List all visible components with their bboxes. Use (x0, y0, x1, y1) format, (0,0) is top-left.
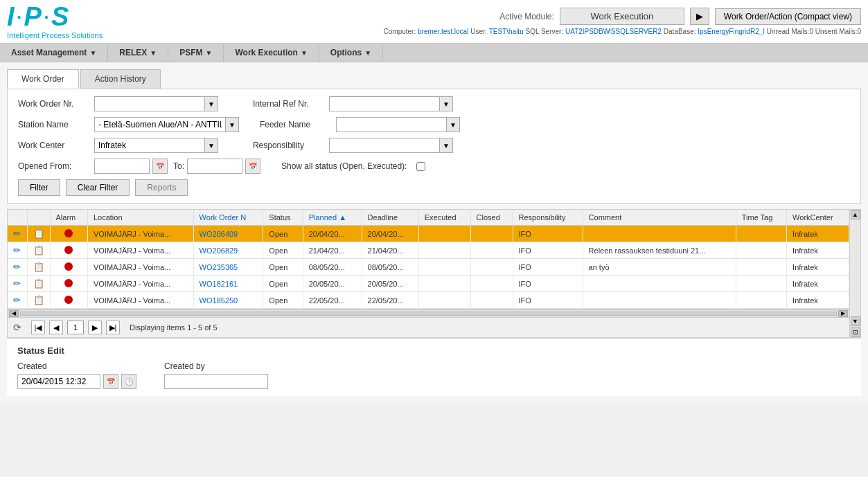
navbar-item-asset-management[interactable]: Asset Management ▼ (0, 44, 108, 62)
scroll-up-button[interactable]: ▲ (851, 210, 860, 219)
created-label: Created (17, 361, 136, 371)
row-work-order[interactable]: WO235365 (193, 259, 263, 276)
pencil-icon[interactable]: ✏ (13, 262, 21, 272)
table-row[interactable]: ✏ 📋 VOIMAJÄRJ - Voima... WO185250 Open 2… (8, 292, 849, 309)
refresh-icon[interactable]: ⟳ (13, 322, 21, 333)
filter-button[interactable]: Filter (18, 179, 60, 196)
row-work-order[interactable]: WO182161 (193, 276, 263, 292)
page-number-input[interactable] (67, 321, 84, 334)
scroll-resize-button[interactable]: ⊡ (851, 327, 860, 337)
pencil-icon[interactable]: ✏ (13, 295, 21, 305)
created-value-input[interactable] (17, 374, 100, 389)
module-arrow-button[interactable]: ▶ (690, 8, 709, 25)
th-comment[interactable]: Comment (583, 210, 736, 226)
row-edit-icon[interactable]: ✏ (8, 226, 27, 242)
scroll-down-button[interactable]: ▼ (851, 316, 860, 326)
nav-arrow-psfm: ▼ (206, 49, 213, 57)
scroll-left-button[interactable]: ◀ (9, 310, 19, 317)
row-note-icon[interactable]: 📋 (27, 259, 50, 276)
th-work-center[interactable]: WorkCenter (787, 210, 849, 226)
opened-from-calendar[interactable]: 📅 (152, 159, 168, 174)
station-name-dropdown[interactable]: ▼ (226, 117, 239, 132)
horizontal-scrollbar[interactable]: ◀ ▶ (8, 309, 849, 317)
reports-button[interactable]: Reports (135, 179, 188, 196)
clear-filter-button[interactable]: Clear Filter (66, 179, 130, 196)
sql-value[interactable]: UAT2IPSDB\MSSQLSERVER2 (565, 28, 662, 35)
row-work-order[interactable]: WO185250 (193, 292, 263, 309)
next-page-button[interactable]: ▶ (88, 321, 102, 334)
note-icon[interactable]: 📋 (33, 295, 44, 305)
navbar-item-relex[interactable]: RELEX ▼ (108, 44, 168, 62)
to-input[interactable] (187, 159, 242, 174)
responsibility-input[interactable] (329, 138, 440, 153)
created-calendar-button[interactable]: 📅 (103, 374, 118, 389)
opened-from-input[interactable] (94, 159, 150, 174)
filter-buttons: Filter Clear Filter Reports (18, 179, 850, 196)
table-row[interactable]: ✏ 📋 VOIMAJÄRJ - Voima... WO206409 Open 2… (8, 226, 849, 242)
vertical-scrollbar[interactable]: ▲ ▼ ⊡ (849, 210, 860, 337)
show-all-checkbox[interactable] (416, 162, 425, 171)
work-order-nr-input[interactable] (94, 96, 205, 111)
scroll-right-button[interactable]: ▶ (838, 310, 848, 317)
computer-value[interactable]: bremer.test.local (418, 28, 468, 35)
note-icon[interactable]: 📋 (33, 228, 44, 239)
row-deadline: 21/04/20... (362, 242, 418, 259)
row-note-icon[interactable]: 📋 (27, 276, 50, 292)
th-closed[interactable]: Closed (470, 210, 513, 226)
note-icon[interactable]: 📋 (33, 245, 44, 255)
first-page-button[interactable]: |◀ (31, 321, 45, 334)
tab-work-order[interactable]: Work Order (7, 69, 79, 89)
row-note-icon[interactable]: 📋 (27, 242, 50, 259)
th-time-tag[interactable]: Time Tag (736, 210, 786, 226)
pencil-icon[interactable]: ✏ (13, 228, 21, 239)
row-work-order[interactable]: WO206409 (193, 226, 263, 242)
prev-page-button[interactable]: ◀ (49, 321, 63, 334)
row-location: VOIMAJÄRJ - Voima... (87, 226, 193, 242)
navbar-item-options[interactable]: Options ▼ (319, 44, 383, 62)
db-value[interactable]: IpsEnergyFingridR2_I (698, 28, 765, 35)
internal-ref-dropdown[interactable]: ▼ (440, 96, 453, 111)
to-calendar[interactable]: 📅 (245, 159, 260, 174)
row-edit-icon[interactable]: ✏ (8, 259, 27, 276)
table-row[interactable]: ✏ 📋 VOIMAJÄRJ - Voima... WO206829 Open 2… (8, 242, 849, 259)
compact-view-button[interactable]: Work Order/Action (Compact view) (715, 8, 861, 25)
th-responsibility[interactable]: Responsibility (513, 210, 583, 226)
table-row[interactable]: ✏ 📋 VOIMAJÄRJ - Voima... WO235365 Open 0… (8, 259, 849, 276)
scroll-track[interactable] (20, 312, 837, 316)
responsibility-dropdown[interactable]: ▼ (440, 138, 453, 153)
created-time-button[interactable]: 🕐 (121, 374, 136, 389)
th-alarm[interactable]: Alarm (50, 210, 87, 226)
th-planned[interactable]: Planned ▲ (303, 210, 362, 226)
row-work-order[interactable]: WO206829 (193, 242, 263, 259)
row-edit-icon[interactable]: ✏ (8, 292, 27, 309)
created-by-input[interactable] (164, 374, 268, 389)
work-center-dropdown[interactable]: ▼ (205, 138, 218, 153)
pencil-icon[interactable]: ✏ (13, 278, 21, 289)
table-scroll-area[interactable]: Alarm Location Work Order N Status Plann… (8, 210, 849, 309)
note-icon[interactable]: 📋 (33, 278, 44, 289)
th-location[interactable]: Location (87, 210, 193, 226)
table-row[interactable]: ✏ 📋 VOIMAJÄRJ - Voima... WO182161 Open 2… (8, 276, 849, 292)
row-edit-icon[interactable]: ✏ (8, 242, 27, 259)
th-work-order-n[interactable]: Work Order N (193, 210, 263, 226)
th-executed[interactable]: Executed (418, 210, 470, 226)
work-order-nr-dropdown[interactable]: ▼ (205, 96, 218, 111)
row-edit-icon[interactable]: ✏ (8, 276, 27, 292)
feeder-name-dropdown[interactable]: ▼ (447, 117, 460, 132)
th-status[interactable]: Status (263, 210, 303, 226)
pencil-icon[interactable]: ✏ (13, 245, 21, 255)
station-name-input[interactable] (94, 117, 226, 132)
note-icon[interactable]: 📋 (33, 262, 44, 272)
row-note-icon[interactable]: 📋 (27, 292, 50, 309)
user-value[interactable]: TEST\haitu (489, 28, 524, 35)
row-note-icon[interactable]: 📋 (27, 226, 50, 242)
work-center-input[interactable] (94, 138, 205, 153)
feeder-name-input[interactable] (336, 117, 447, 132)
th-deadline[interactable]: Deadline (362, 210, 418, 226)
internal-ref-input[interactable] (329, 96, 440, 111)
table-section: Alarm Location Work Order N Status Plann… (7, 209, 861, 338)
tab-action-history[interactable]: Action History (80, 69, 161, 89)
last-page-button[interactable]: ▶| (106, 321, 120, 334)
navbar-item-psfm[interactable]: PSFM ▼ (168, 44, 224, 62)
navbar-item-work-execution[interactable]: Work Execution ▼ (224, 44, 319, 62)
